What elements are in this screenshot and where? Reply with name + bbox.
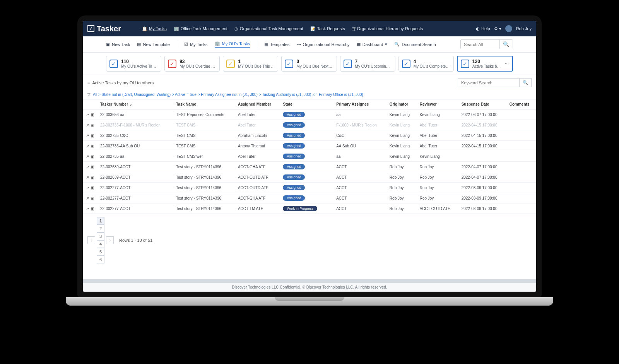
column-header[interactable]: Assigned Member <box>235 99 280 109</box>
new-task-button[interactable]: ▣New Task <box>106 42 130 47</box>
column-header[interactable]: Suspense Date <box>458 99 506 109</box>
table-row[interactable]: ↗▣22-002735-AA Sub OUTEST CMSAntony Thie… <box>83 141 536 151</box>
table-row[interactable]: ↗▣22-003656-aaTEST Reponses CommentsAbel… <box>83 109 536 120</box>
column-header[interactable]: State <box>280 99 326 109</box>
open-icon[interactable]: ↗ <box>86 196 89 200</box>
table-cell: Abel Tuter <box>417 141 458 151</box>
table-cell: aa <box>333 109 386 120</box>
dashboard-tab[interactable]: ▦Dashboard ▾ <box>357 42 388 47</box>
open-icon[interactable]: ↗ <box>86 123 89 127</box>
table-cell: Abraham Lincoln <box>235 130 280 141</box>
stat-card[interactable]: ✓93My OU's Overdue Tasks <box>164 56 220 72</box>
pager-page[interactable]: 3 <box>97 232 104 240</box>
open-icon[interactable]: ↗ <box>86 207 89 211</box>
pager-page[interactable]: 5 <box>97 248 104 256</box>
table-cell <box>506 203 536 214</box>
stat-card[interactable]: ✓7My OU's Upcoming Tasks <box>340 56 395 72</box>
table-row[interactable]: ↗▣22-002277-ACCTTest story - STRY0114396… <box>83 193 536 203</box>
column-header[interactable]: Primary Assignee <box>333 99 386 109</box>
table-row[interactable]: ↗▣22-002277-ACCTTest story - STRY0114396… <box>83 203 536 214</box>
divider <box>257 41 257 48</box>
plus-icon: ▣ <box>106 42 110 47</box>
table-cell: 22-002735-F-1000 - MUR's Region <box>97 120 173 130</box>
help-button[interactable]: ◐Help <box>476 26 490 31</box>
info-icon[interactable]: ▣ <box>91 133 94 138</box>
stat-card[interactable]: ✓0My OU's Due Next Week <box>281 56 337 72</box>
open-icon[interactable]: ↗ <box>86 165 89 169</box>
nav-my-tasks[interactable]: 📋My Tasks <box>142 26 167 31</box>
keyword-search-input[interactable] <box>458 78 520 87</box>
open-icon[interactable]: ↗ <box>86 154 89 159</box>
table-cell: 2022-03-09 17:00:00 <box>458 193 506 203</box>
table-row[interactable]: ↗▣22-002639-ACCTTest story - STRY0114396… <box>83 162 536 172</box>
my-ous-tasks-tab[interactable]: 🏢My OU's Tasks <box>215 41 250 48</box>
table-cell: Work in Progress <box>280 203 326 214</box>
table-cell: Rob Joy <box>386 172 417 183</box>
new-template-button[interactable]: ▤New Template <box>137 42 170 47</box>
column-header[interactable]: Task Name <box>173 99 235 109</box>
global-search-input[interactable] <box>461 41 499 48</box>
pager-page[interactable]: 2 <box>97 225 104 232</box>
info-icon[interactable]: ▣ <box>91 154 94 159</box>
filter-icon[interactable]: ▽ <box>87 92 91 97</box>
column-header[interactable]: Originator <box>386 99 417 109</box>
pager: ‹ 123456 › Rows 1 - 10 of 51 <box>83 214 536 267</box>
info-icon[interactable]: ▣ <box>91 123 94 127</box>
open-icon[interactable]: ↗ <box>86 133 89 138</box>
table-row[interactable]: ↗▣22-002735-aaTEST CMSfwefAbel TuterAssi… <box>83 151 536 162</box>
info-icon[interactable]: ▣ <box>91 186 94 190</box>
table-cell: 22-002639-ACCT <box>97 172 173 183</box>
stat-number: 110 <box>121 59 158 64</box>
templates-tab[interactable]: ▦Templates <box>264 42 289 47</box>
table-cell: ACCT <box>333 203 386 214</box>
table-row[interactable]: ↗▣22-002277-ACCTTest story - STRY0114396… <box>83 183 536 193</box>
more-icon[interactable]: ⋯ <box>505 62 509 66</box>
avatar[interactable] <box>505 25 512 32</box>
column-header[interactable] <box>326 99 333 109</box>
column-header[interactable]: Tasker Number ⌄ <box>97 99 173 109</box>
info-icon[interactable]: ▣ <box>91 207 94 211</box>
nav-org-task-mgmt[interactable]: ◷Organizational Task Management <box>234 26 303 31</box>
stat-card[interactable]: ✓1MY OU's Due This Week <box>223 56 278 72</box>
info-icon[interactable]: ▣ <box>91 165 94 169</box>
open-icon[interactable]: ↗ <box>86 175 89 179</box>
nav-org-hierarchy-requests[interactable]: ⇶Organizational Hierarchy Requests <box>352 26 423 31</box>
table-cell <box>506 172 536 183</box>
document-search-tab[interactable]: 🔍Document Search <box>394 42 436 47</box>
pager-prev[interactable]: ‹ <box>87 236 95 244</box>
table-row[interactable]: ↗▣22-002735-F-1000 - MUR's RegionTEST CM… <box>83 120 536 130</box>
table-row[interactable]: ↗▣22-002735-C&CTEST CMSAbraham LincolnAs… <box>83 130 536 141</box>
gear-icon[interactable]: ⚙ ▾ <box>494 26 501 31</box>
stat-card[interactable]: ✓110My OU's Active Tasks <box>106 56 161 72</box>
pager-page[interactable]: 6 <box>97 256 104 263</box>
column-header[interactable]: Comments <box>506 99 536 109</box>
table-cell: TEST CMS <box>173 130 235 141</box>
stat-card[interactable]: ✓4My OU's Completed This week <box>398 56 454 72</box>
table-cell: C&C <box>333 130 386 141</box>
state-badge: Assigned <box>283 133 305 138</box>
stat-card[interactable]: ✓120Active Tasks by my OU to others⋯ <box>457 56 513 72</box>
check-clip-icon: 📋 <box>142 26 147 31</box>
table-cell <box>458 151 506 162</box>
pager-page[interactable]: 4 <box>97 240 104 248</box>
nav-task-requests[interactable]: 📝Task Requests <box>310 26 345 31</box>
org-hierarchy-tab[interactable]: ⊶Organizational Hierarchy <box>297 42 350 47</box>
filter-text[interactable]: All > State not in (Draft, Unassigned, W… <box>93 92 363 97</box>
pager-next[interactable]: › <box>106 236 114 244</box>
my-tasks-tab[interactable]: ☑My Tasks <box>184 42 208 47</box>
nav-office-task-mgmt[interactable]: 🏢Office Task Management <box>174 26 227 31</box>
state-badge: Work in Progress <box>283 206 317 211</box>
open-icon[interactable]: ↗ <box>86 186 89 190</box>
open-icon[interactable]: ↗ <box>86 144 89 148</box>
keyword-search-button[interactable]: 🔍 <box>520 78 532 87</box>
info-icon[interactable]: ▣ <box>91 113 94 117</box>
column-header[interactable]: Reviewer <box>417 99 458 109</box>
info-icon[interactable]: ▣ <box>91 175 94 179</box>
info-icon[interactable]: ▣ <box>91 144 94 148</box>
table-cell: 22-003656-aa <box>97 109 173 120</box>
table-row[interactable]: ↗▣22-002639-ACCTTest story - STRY0114396… <box>83 172 536 183</box>
pager-page[interactable]: 1 <box>97 217 104 225</box>
open-icon[interactable]: ↗ <box>86 113 89 117</box>
info-icon[interactable]: ▣ <box>91 196 94 200</box>
global-search-button[interactable]: 🔍 <box>499 40 513 49</box>
